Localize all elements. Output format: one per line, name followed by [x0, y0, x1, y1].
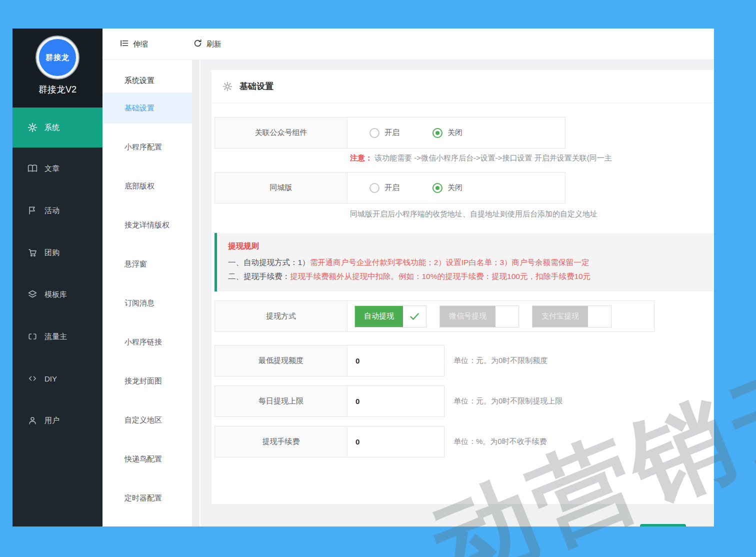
method-button-wechat[interactable]: 微信号提现 [440, 306, 519, 328]
row-min-withdraw: 最低提现额度 单位：元。为0时不限制额度 [214, 345, 714, 376]
withdraw-rule-line: 一、自动提现方式：1）需开通商户号企业付款到零钱功能；2）设置IP白名单；3）商… [228, 256, 714, 270]
method-label: 自动提现 [355, 306, 403, 327]
submenu-item-timer-config[interactable]: 定时器配置 [102, 478, 192, 518]
sidebar-item-diy[interactable]: DIY [12, 358, 102, 400]
daily-limit-input[interactable] [348, 386, 444, 416]
submenu-scrollbar[interactable] [192, 60, 200, 526]
card-header: 基础设置 [212, 70, 714, 103]
radio-circle-icon [370, 183, 380, 193]
rule-red-text: 需开通商户号企业付款到零钱功能；2）设置IP白名单；3）商户号余额需保留一定 [310, 258, 590, 266]
collapse-label: 伸缩 [133, 40, 148, 49]
field-hint: 单位：元。为0时不限制额度 [454, 356, 548, 366]
page-title: 基础设置 [240, 80, 274, 92]
withdraw-rule-line: 二、提现手续费：提现手续费额外从提现中扣除。例如：10%的提现手续费：提现100… [228, 270, 714, 284]
submenu-item-subscribe-message[interactable]: 订阅消息 [102, 284, 192, 322]
submenu-item-miniprogram-link[interactable]: 小程序链接 [102, 322, 192, 362]
radio-assoc-off[interactable]: 关闭 [432, 128, 462, 138]
radio-circle-icon [432, 183, 442, 193]
settings-card: 基础设置 关联公众号组件 开启 [212, 70, 714, 504]
sidebar-item-label: 系统 [44, 123, 60, 132]
method-button-auto[interactable]: 自动提现 [354, 306, 426, 328]
note-text: 该功能需要 ->微信小程序后台->设置->接口设置 开启并设置关联(同一主 [374, 154, 612, 162]
main-menu: 系统 文章 活动 团购 模板库 流量主 [12, 108, 102, 526]
radio-city-off[interactable]: 关闭 [432, 183, 462, 193]
row-daily-limit: 每日提现上限 单位：元。为0时不限制提现上限 [214, 386, 714, 417]
min-withdraw-input[interactable] [348, 346, 444, 376]
sidebar-item-traffic[interactable]: 流量主 [12, 316, 102, 358]
cart-icon [28, 248, 38, 258]
submenu-item-basic-settings[interactable]: 基础设置 [102, 92, 192, 124]
field-label: 每日提现上限 [215, 386, 348, 416]
radio-circle-icon [370, 128, 380, 138]
rule-prefix: 一、自动提现方式：1） [228, 258, 310, 266]
save-button[interactable] [640, 524, 686, 526]
radio-assoc-on[interactable]: 开启 [370, 128, 400, 138]
sidebar-item-label: DIY [44, 374, 57, 383]
withdraw-rules-box: 提现规则 一、自动提现方式：1）需开通商户号企业付款到零钱功能；2）设置IP白名… [214, 233, 714, 292]
gear-icon [28, 122, 38, 132]
submenu-item-kdniao-config[interactable]: 快递鸟配置 [102, 440, 192, 478]
app-title: 群接龙V2 [38, 84, 76, 96]
radio-circle-icon [432, 128, 442, 138]
sidebar-item-groupbuy[interactable]: 团购 [12, 232, 102, 274]
flag-icon [28, 206, 38, 216]
rule-prefix: 二、提现手续费： [228, 272, 290, 280]
refresh-label: 刷新 [206, 40, 222, 49]
code-icon [28, 374, 38, 384]
withdraw-fee-input[interactable] [348, 426, 444, 457]
sub-menu-group-title: 系统设置 [102, 76, 200, 86]
method-button-alipay[interactable]: 支付宝提现 [532, 306, 612, 328]
radio-city-on[interactable]: 开启 [370, 183, 400, 193]
sidebar-item-label: 团购 [44, 248, 60, 258]
radio-label: 关闭 [448, 183, 462, 192]
layers-icon [28, 290, 38, 300]
sidebar-item-activity[interactable]: 活动 [12, 190, 102, 232]
submenu-item-float-window[interactable]: 悬浮窗 [102, 244, 192, 284]
checkmark-icon [496, 306, 518, 327]
field-label: 同城版 [215, 172, 348, 203]
sidebar-item-label: 模板库 [44, 290, 67, 300]
assoc-note: 注意： 该功能需要 ->微信小程序后台->设置->接口设置 开启并设置关联(同一… [350, 154, 714, 163]
method-label: 微信号提现 [440, 306, 496, 327]
field-hint: 单位：%。为0时不收手续费 [454, 437, 547, 446]
field-label: 关联公众号组件 [215, 118, 348, 148]
sidebar-item-templates[interactable]: 模板库 [12, 274, 102, 316]
radio-label: 关闭 [448, 128, 462, 138]
content-area: 基础设置 关联公众号组件 开启 [200, 60, 714, 526]
refresh-button[interactable]: 刷新 [193, 38, 222, 50]
topbar: 伸缩 刷新 [102, 28, 714, 60]
main-sidebar: 群接龙 群接龙V2 系统 文章 活动 团购 模板库 [12, 28, 102, 526]
sidebar-item-article[interactable]: 文章 [12, 148, 102, 190]
city-hint: 同城版开启后小程序端的收货地址、自提地址则使用后台添加的自定义地址 [350, 210, 714, 219]
sidebar-item-users[interactable]: 用户 [12, 400, 102, 442]
refresh-icon [193, 38, 202, 50]
note-tag: 注意： [350, 154, 372, 162]
field-label: 提现手续费 [215, 426, 348, 457]
field-label: 提现方式 [215, 301, 348, 332]
collapse-button[interactable]: 伸缩 [120, 38, 148, 50]
withdraw-rules-title: 提现规则 [228, 241, 714, 252]
submenu-item-footer-copyright[interactable]: 底部版权 [102, 166, 192, 206]
app-logo: 群接龙 [36, 36, 78, 78]
logo-text: 群接龙 [46, 53, 70, 62]
submenu-item-cover-image[interactable]: 接龙封面图 [102, 362, 192, 400]
book-icon [28, 164, 38, 174]
row-city-version: 同城版 开启 关闭 [214, 172, 566, 204]
checkmark-icon [588, 306, 611, 327]
row-withdraw-method: 提现方式 自动提现 微信号提现 [214, 300, 654, 332]
row-official-account-component: 关联公众号组件 开启 关闭 [214, 117, 566, 148]
sidebar-item-system[interactable]: 系统 [12, 108, 102, 148]
submenu-item-miniprogram-config[interactable]: 小程序配置 [102, 128, 192, 166]
sidebar-item-label: 文章 [44, 164, 60, 174]
checkmark-icon [403, 306, 426, 327]
radio-label: 开启 [384, 183, 400, 192]
submenu-item-detail-copyright[interactable]: 接龙详情版权 [102, 206, 192, 244]
sub-sidebar: 系统设置 基础设置 小程序配置 底部版权 接龙详情版权 悬浮窗 订阅消息 小程序… [102, 60, 200, 526]
ad-brackets-icon [28, 332, 38, 342]
radio-label: 开启 [384, 128, 400, 138]
gear-icon [222, 82, 232, 92]
submenu-item-custom-region[interactable]: 自定义地区 [102, 400, 192, 440]
app-window: 群接龙 群接龙V2 系统 文章 活动 团购 模板库 [12, 28, 714, 526]
user-icon [28, 416, 38, 426]
sidebar-item-label: 活动 [44, 206, 60, 216]
